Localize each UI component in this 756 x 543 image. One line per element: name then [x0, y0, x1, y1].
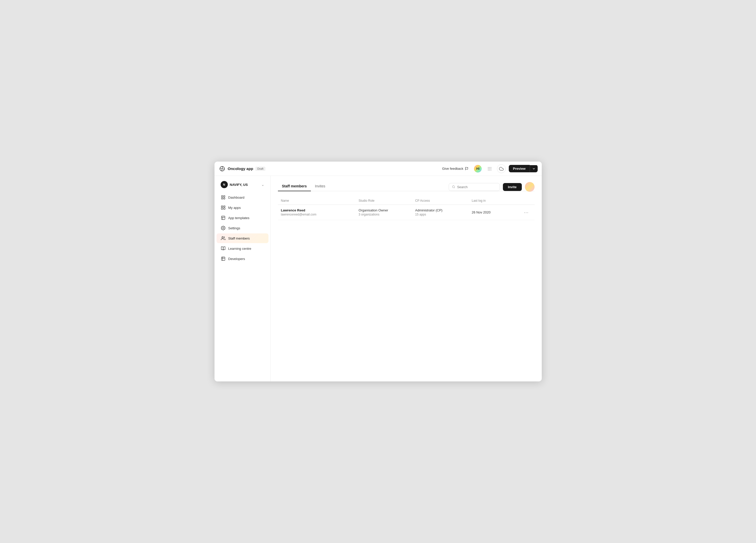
col-name: Name [281, 199, 359, 202]
col-cp-access: CP Access [415, 199, 472, 202]
svg-rect-18 [223, 208, 225, 209]
member-info: Lawrence Reed lawrencereed@email.com [281, 208, 359, 216]
sidebar-label-staff-members: Staff members [228, 236, 250, 240]
sidebar-label-developers: Developers [228, 257, 245, 261]
cloud-button[interactable] [497, 164, 506, 173]
svg-point-3 [489, 167, 490, 167]
search-box[interactable] [449, 183, 500, 191]
cp-access-cell: Administrator (CP) 15 apps [415, 208, 472, 216]
invite-button[interactable]: Invite [503, 183, 522, 191]
svg-rect-17 [221, 208, 223, 209]
app-logo [219, 165, 226, 172]
svg-rect-11 [221, 196, 223, 197]
learning-icon [221, 246, 226, 251]
flag-icon [465, 167, 468, 171]
topbar-right: Give feedback Hi [440, 164, 537, 173]
sidebar-label-my-apps: My apps [228, 206, 241, 210]
svg-rect-19 [221, 216, 225, 220]
search-icon [452, 185, 455, 189]
templates-icon [221, 215, 226, 220]
grid-menu-button[interactable] [485, 164, 494, 173]
svg-point-8 [488, 170, 489, 170]
dashboard-icon [221, 195, 226, 200]
svg-point-5 [488, 168, 489, 169]
sidebar-item-settings[interactable]: Settings [217, 223, 268, 233]
svg-point-7 [491, 168, 491, 169]
cloud-icon [499, 166, 504, 171]
row-more-button[interactable]: ⋯ [521, 209, 531, 216]
sidebar-item-my-apps[interactable]: My apps [217, 203, 268, 212]
org-initial: N [223, 183, 225, 186]
sidebar-item-staff-members[interactable]: Staff members [217, 233, 268, 243]
svg-point-20 [222, 228, 224, 229]
role-primary: Organisation Owner [359, 208, 415, 212]
svg-point-4 [491, 167, 491, 167]
sidebar-item-learning-centre[interactable]: Learning centre [217, 244, 268, 253]
member-name: Lawrence Reed [281, 208, 359, 212]
org-selector[interactable]: N NAVIFY, US ⌄ [217, 179, 268, 190]
user-avatar[interactable]: Hi [473, 164, 482, 173]
give-feedback-button[interactable]: Give feedback [440, 166, 470, 172]
tabs-section: Staff members Invites Invite [278, 182, 535, 192]
org-icon: N [221, 181, 228, 188]
svg-rect-14 [223, 198, 225, 199]
table-row: Lawrence Reed lawrencereed@email.com Org… [278, 205, 535, 220]
svg-point-2 [488, 167, 489, 167]
role-secondary: 3 organizations [359, 213, 415, 216]
svg-point-22 [452, 186, 454, 188]
sidebar-label-learning-centre: Learning centre [228, 247, 251, 251]
preview-group: Preview [509, 165, 537, 172]
chevron-down-icon [532, 167, 536, 171]
apps-icon [221, 205, 226, 210]
preview-dropdown-button[interactable] [530, 165, 538, 172]
draft-badge: Draft [255, 167, 266, 171]
sidebar-item-app-templates[interactable]: App templates [217, 213, 268, 223]
sidebar-item-developers[interactable]: Developers [217, 254, 268, 264]
staff-icon [221, 236, 226, 241]
svg-rect-15 [221, 206, 223, 207]
svg-point-10 [491, 170, 491, 170]
sidebar: N NAVIFY, US ⌄ Dashboard [215, 176, 271, 381]
col-actions [521, 199, 531, 202]
main-layout: N NAVIFY, US ⌄ Dashboard [215, 176, 542, 381]
cp-access-primary: Administrator (CP) [415, 208, 472, 212]
studio-role-cell: Organisation Owner 3 organizations [359, 208, 415, 216]
member-email: lawrencereed@email.com [281, 213, 359, 216]
developers-icon [221, 256, 226, 261]
topbar-left: Oncology app Draft [219, 165, 440, 172]
tab-invites[interactable]: Invites [311, 182, 329, 191]
svg-point-21 [222, 236, 223, 238]
chevron-down-icon: ⌄ [261, 183, 264, 187]
topbar: Oncology app Draft Give feedback Hi [215, 162, 542, 176]
svg-point-6 [489, 168, 490, 169]
svg-rect-16 [223, 206, 225, 207]
settings-icon [221, 225, 226, 231]
cp-access-secondary: 15 apps [415, 213, 472, 216]
app-title: Oncology app [228, 166, 253, 171]
svg-rect-12 [223, 196, 225, 197]
search-input[interactable] [457, 185, 497, 189]
app-window: Oncology app Draft Give feedback Hi [215, 162, 542, 381]
svg-point-9 [489, 170, 490, 170]
col-last-login: Last log in [472, 199, 521, 202]
col-studio-role: Studio Role [359, 199, 415, 202]
table-header: Name Studio Role CP Access Last log in [278, 197, 535, 205]
preview-button[interactable]: Preview [509, 165, 529, 172]
invite-avatar-bubble [525, 182, 535, 192]
avatar-label: Hi [476, 167, 480, 171]
sidebar-label-settings: Settings [228, 226, 240, 230]
tab-staff-members[interactable]: Staff members [278, 182, 311, 191]
grid-icon [487, 166, 492, 171]
svg-rect-13 [221, 198, 223, 199]
sidebar-label-dashboard: Dashboard [228, 196, 245, 199]
staff-table: Name Studio Role CP Access Last log in L… [278, 197, 535, 220]
sidebar-item-dashboard[interactable]: Dashboard [217, 193, 268, 202]
org-name: NAVIFY, US [230, 183, 259, 187]
content-area: Staff members Invites Invite [271, 176, 542, 381]
svg-line-23 [454, 187, 455, 188]
give-feedback-label: Give feedback [442, 167, 463, 171]
sidebar-label-app-templates: App templates [228, 216, 250, 220]
last-login: 26 Nov 2020 [472, 210, 521, 214]
